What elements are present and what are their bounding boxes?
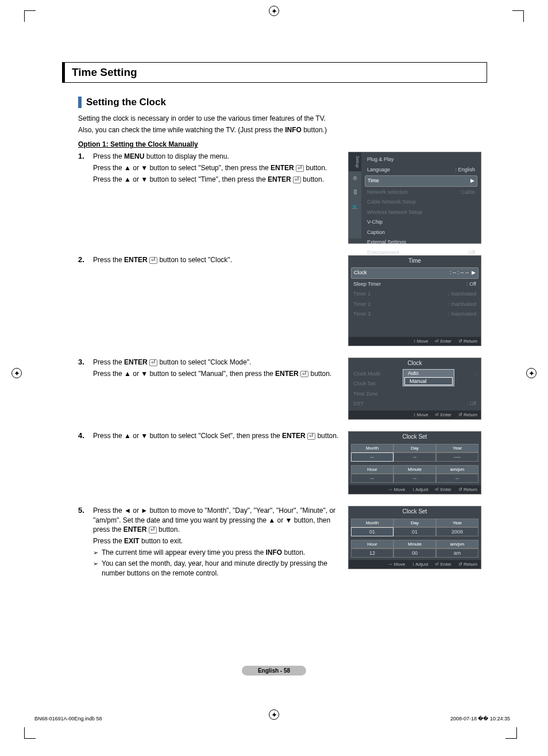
chevron-right-icon: ▶ [472, 270, 476, 275]
step-4: 4. Press the ▲ or ▼ button to select "Cl… [78, 431, 487, 500]
register-mark-icon: ✦ [269, 709, 279, 720]
tip-arrow-icon: ➢ [93, 548, 98, 557]
step-2: 2. Press the ENTER ⏎ button to select "C… [78, 255, 487, 352]
step-5: 5. Press the ◄ or ► button to move to "M… [78, 506, 487, 578]
section-heading: Setting the Clock [78, 97, 487, 108]
register-mark-icon: ✦ [11, 368, 22, 378]
title-bar: Time Setting [62, 62, 487, 83]
osd-setup: Setup ⚙ 🎛 📺 Plug & Play Language: Englis… [348, 152, 481, 244]
option-heading: Option 1: Setting the Clock Manually [78, 140, 487, 148]
option-auto: Auto [403, 370, 454, 377]
osd-row-time: Time▶ [365, 175, 477, 187]
osd-row-clock: Clock: -- : -- -- ▶ [351, 267, 478, 279]
page-number-badge: English - 58 [242, 666, 306, 676]
option-manual: Manual [404, 377, 453, 385]
chevron-right-icon: ▶ [470, 177, 474, 185]
tip-arrow-icon: ➢ [93, 559, 98, 568]
control-icon: 🎛 [349, 185, 361, 199]
enter-icon: ⏎ [293, 176, 301, 183]
footer-timestamp: 2008-07-18 �� 10:24:35 [450, 716, 510, 722]
tv-icon: 📺 [349, 199, 361, 213]
register-mark-icon: ✦ [526, 368, 537, 378]
osd-time: Time Clock: -- : -- -- ▶ Sleep Timer: Of… [348, 255, 481, 346]
osd-clockset-blank: Clock Set MonthDayYear -------- HourMinu… [348, 431, 481, 494]
intro-text: Setting the clock is necessary in order … [78, 114, 487, 135]
step-1: 1. Press the MENU button to display the … [78, 152, 487, 250]
enter-icon: ⏎ [296, 165, 304, 172]
gear-icon: ⚙ [349, 171, 361, 185]
enter-icon: ⏎ [300, 371, 308, 378]
osd-clockset-values: Clock Set MonthDayYear 01012008 HourMinu… [348, 506, 481, 569]
enter-icon: ⏎ [149, 359, 157, 366]
step-3: 3. Press the ENTER ⏎ button to select "C… [78, 358, 487, 425]
footer-filename: BN68-01691A-00Eng.indb 58 [34, 716, 102, 722]
osd-clock: Clock Clock Mode: Clock Set Time Zone DS… [348, 358, 481, 420]
enter-icon: ⏎ [149, 527, 157, 534]
enter-icon: ⏎ [307, 433, 315, 440]
sidebar-tab-setup: Setup [349, 152, 361, 171]
register-mark-icon: ✦ [269, 6, 279, 16]
enter-icon: ⏎ [149, 257, 157, 264]
